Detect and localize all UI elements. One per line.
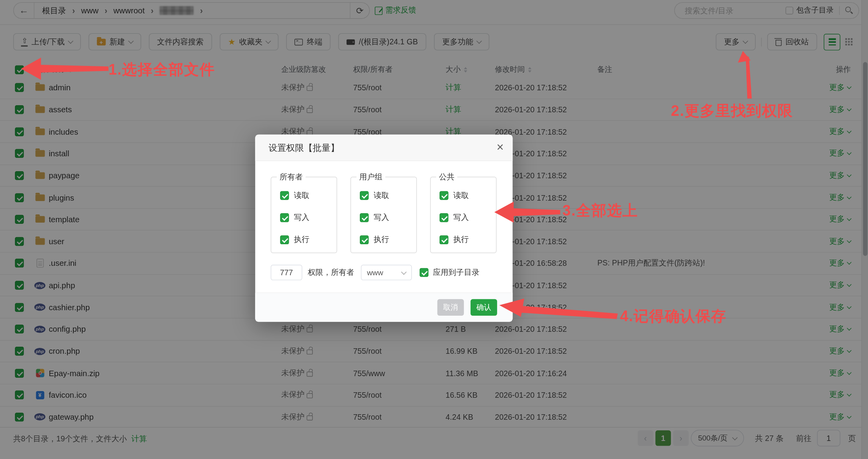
header-name[interactable]: 文件名称 [35,62,72,77]
file-name[interactable]: includes [49,121,78,143]
row-checkbox[interactable] [15,325,24,334]
file-name[interactable]: install [49,143,69,165]
list-view-toggle[interactable] [824,33,840,50]
toolbar-button-disk-root[interactable]: /(根目录)24.1 GB [338,33,426,51]
file-name[interactable]: user [49,231,64,252]
back-button[interactable]: ← [14,3,34,18]
row-checkbox[interactable] [15,127,24,136]
breadcrumb-item[interactable]: wwwroot [113,6,145,15]
feedback-link[interactable]: 需求反馈 [375,5,416,15]
close-icon[interactable]: × [497,140,504,155]
include-subdir-checkbox[interactable] [785,7,793,15]
owner-select[interactable]: www [361,265,412,280]
row-checkbox[interactable] [15,281,24,290]
row-checkbox[interactable] [15,149,24,158]
permission-checkbox[interactable] [439,236,449,245]
row-checkbox[interactable] [15,259,24,268]
row-more-button[interactable]: 更多 [829,340,851,362]
toolbar-button-more-features[interactable]: 更多功能 [434,33,489,51]
prev-page-button[interactable]: ‹ [638,430,653,446]
scrollbar-thumb[interactable] [863,62,867,256]
file-name[interactable]: config.php [49,318,86,340]
toolbar-button-favorites[interactable]: ★收藏夹 [220,33,279,51]
permission-value-input[interactable] [271,265,302,280]
row-more-button[interactable]: 更多 [829,209,851,230]
row-checkbox[interactable] [15,83,24,92]
row-more-button[interactable]: 更多 [829,187,851,208]
row-checkbox[interactable] [15,215,24,224]
breadcrumb-item[interactable]: 根目录 [42,5,66,16]
row-checkbox[interactable] [15,391,24,400]
file-name[interactable]: Epay-main.zip [49,362,100,384]
tamper-status[interactable]: 未保护 [281,340,313,362]
permission-checkbox[interactable] [439,191,449,200]
tamper-status[interactable]: 未保护 [281,362,313,384]
tamper-status[interactable]: 未保护 [281,99,313,121]
breadcrumb-censored-item[interactable] [160,6,194,15]
sort-icon[interactable] [464,67,467,72]
row-more-button[interactable]: 更多 [829,274,851,296]
breadcrumb-item[interactable]: www [81,6,98,15]
file-name[interactable]: cron.php [49,340,80,362]
tamper-status[interactable]: 未保护 [281,384,313,406]
file-name[interactable]: paypage [49,165,79,187]
file-name[interactable]: template [49,209,79,230]
calc-size-link[interactable]: 计算 [131,434,147,444]
file-name[interactable]: .user.ini [49,252,77,274]
row-checkbox[interactable] [15,237,24,246]
select-all-checkbox[interactable] [15,65,24,74]
tamper-status[interactable]: 未保护 [281,77,313,99]
file-name[interactable]: api.php [49,274,75,296]
file-name[interactable]: cashier.php [49,296,90,318]
search-input[interactable] [684,5,785,15]
file-name[interactable]: gateway.php [49,406,93,428]
confirm-button[interactable]: 确认 [470,299,497,316]
row-more-button[interactable]: 更多 [829,296,851,318]
file-name[interactable]: admin [49,77,71,99]
toolbar-button-upload-download[interactable]: ⇧上传/下载 [13,33,81,51]
row-checkbox[interactable] [15,303,24,312]
toolbar-button-file-content-search[interactable]: 文件内容搜索 [149,33,212,51]
file-name[interactable]: plugins [49,187,74,208]
goto-page-input[interactable] [817,430,840,446]
permission-checkbox[interactable] [360,191,369,200]
page-number-button[interactable]: 1 [655,430,671,446]
file-name[interactable]: favicon.ico [49,384,87,406]
row-checkbox[interactable] [15,413,24,422]
recycle-bin-button[interactable]: 回收站 [767,33,817,51]
toolbar-button-terminal[interactable]: 终端 [286,33,331,51]
search-icon[interactable] [845,7,853,15]
page-size-select[interactable]: 500条/页 [691,430,744,446]
more-button[interactable]: 更多 [716,33,756,51]
row-checkbox[interactable] [15,347,24,356]
permission-checkbox[interactable] [280,236,289,245]
row-checkbox[interactable] [15,193,24,202]
row-checkbox[interactable] [15,369,24,378]
apply-subdir-checkbox[interactable] [419,268,429,277]
row-checkbox[interactable] [15,171,24,180]
row-more-button[interactable]: 更多 [829,77,851,99]
row-more-button[interactable]: 更多 [829,406,851,428]
row-checkbox[interactable] [15,105,24,114]
next-page-button[interactable]: › [673,430,689,446]
permission-checkbox[interactable] [360,236,369,245]
row-more-button[interactable]: 更多 [829,252,851,274]
row-more-button[interactable]: 更多 [829,165,851,187]
row-more-button[interactable]: 更多 [829,384,851,406]
row-more-button[interactable]: 更多 [829,143,851,165]
header-mtime[interactable]: 修改时间 [495,62,531,77]
file-name[interactable]: assets [49,99,72,121]
row-more-button[interactable]: 更多 [829,318,851,340]
permission-checkbox[interactable] [280,213,289,222]
header-size[interactable]: 大小 [446,62,467,77]
refresh-button[interactable]: ⟳ [350,3,369,18]
permission-checkbox[interactable] [280,191,289,200]
toolbar-button-new[interactable]: 新建 [88,33,141,51]
tamper-status[interactable]: 未保护 [281,406,313,428]
permission-checkbox[interactable] [360,213,369,222]
cancel-button[interactable]: 取消 [437,299,464,316]
row-more-button[interactable]: 更多 [829,121,851,143]
sort-icon[interactable] [69,67,72,72]
sort-icon[interactable] [528,67,531,72]
row-more-button[interactable]: 更多 [829,362,851,384]
